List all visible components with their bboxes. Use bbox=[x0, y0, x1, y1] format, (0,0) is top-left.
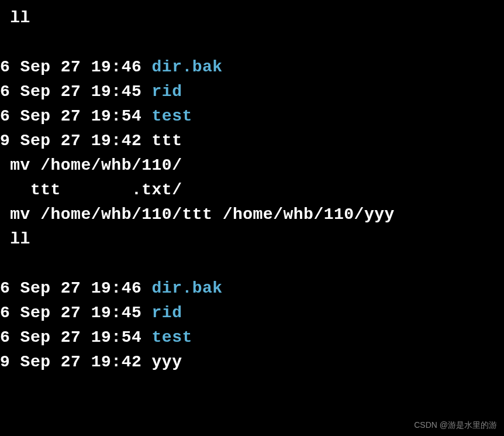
listing-row: 6 Sep 27 19:54 test bbox=[0, 104, 504, 129]
command-text: mv /home/whb/110/ttt /home/whb/110/yyy bbox=[0, 205, 395, 224]
file-meta: 9 Sep 27 19:42 bbox=[0, 132, 152, 150]
file-name: dir.bak bbox=[152, 58, 223, 76]
command-line: ll bbox=[0, 227, 504, 252]
listing-row: 6 Sep 27 19:54 test bbox=[0, 325, 504, 350]
command-text: mv /home/whb/110/ bbox=[0, 156, 182, 174]
command-text: ll bbox=[0, 230, 30, 248]
listing-row: 9 Sep 27 19:42 yyy bbox=[0, 350, 504, 375]
file-name: rid bbox=[152, 304, 182, 322]
listing-row: 6 Sep 27 19:46 dir.bak bbox=[0, 55, 504, 80]
listing-row: 9 Sep 27 19:42 ttt bbox=[0, 129, 504, 153]
completion-text: ttt .txt/ bbox=[0, 181, 182, 199]
command-line: mv /home/whb/110/ bbox=[0, 153, 504, 178]
command-text: ll bbox=[0, 9, 30, 27]
file-name: dir.bak bbox=[152, 279, 223, 297]
completion-line: ttt .txt/ bbox=[0, 178, 504, 202]
file-name: test bbox=[152, 328, 192, 346]
file-meta: 6 Sep 27 19:54 bbox=[0, 328, 152, 346]
listing-row: 6 Sep 27 19:45 rid bbox=[0, 80, 504, 104]
file-name: yyy bbox=[152, 353, 182, 371]
file-meta: 9 Sep 27 19:42 bbox=[0, 353, 152, 371]
file-name: ttt bbox=[152, 132, 182, 150]
watermark-text: CSDN @游是水里的游 bbox=[414, 419, 497, 431]
blank-line bbox=[0, 252, 504, 276]
file-name: test bbox=[152, 107, 192, 125]
file-meta: 6 Sep 27 19:46 bbox=[0, 279, 152, 297]
command-line: mv /home/whb/110/ttt /home/whb/110/yyy bbox=[0, 202, 504, 227]
file-meta: 6 Sep 27 19:45 bbox=[0, 304, 152, 322]
file-meta: 6 Sep 27 19:46 bbox=[0, 58, 152, 76]
listing-row: 6 Sep 27 19:45 rid bbox=[0, 301, 504, 325]
listing-row: 6 Sep 27 19:46 dir.bak bbox=[0, 276, 504, 301]
blank-line bbox=[0, 30, 504, 55]
file-name: rid bbox=[152, 83, 182, 101]
command-line: ll bbox=[0, 6, 504, 30]
file-meta: 6 Sep 27 19:54 bbox=[0, 107, 152, 125]
file-meta: 6 Sep 27 19:45 bbox=[0, 83, 152, 101]
